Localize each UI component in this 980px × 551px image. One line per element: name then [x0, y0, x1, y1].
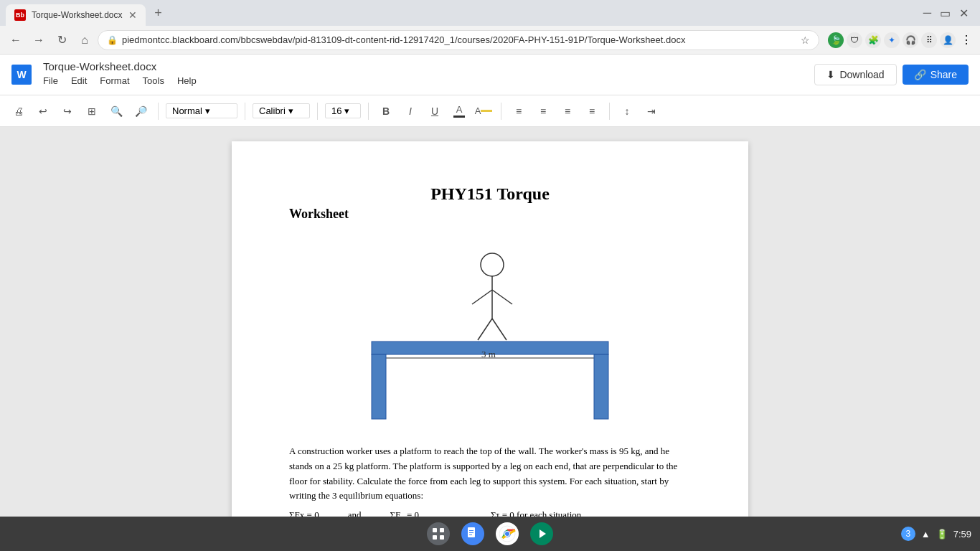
menu-file[interactable]: File	[37, 72, 64, 89]
svg-point-26	[505, 532, 509, 536]
extension-shield-icon[interactable]: 🛡	[847, 32, 862, 48]
taskbar-icon-play[interactable]	[530, 522, 553, 545]
svg-line-3	[492, 290, 512, 304]
extension-grid-icon[interactable]: ⠿	[921, 32, 937, 48]
indent-button[interactable]: ⇥	[641, 101, 661, 121]
highlight-icon: A	[475, 105, 481, 116]
menu-format[interactable]: Format	[94, 72, 135, 89]
font-color-button[interactable]: A	[449, 101, 469, 121]
app-menu: File Edit Format Tools Help	[37, 72, 814, 89]
extension-puzzle-icon[interactable]: 🧩	[865, 32, 881, 48]
equation-and: and	[348, 509, 362, 517]
forward-button[interactable]: →	[29, 30, 49, 50]
chevron-down-icon: ▾	[344, 105, 349, 116]
toolbar-divider-1	[158, 103, 159, 120]
taskbar-icon-docs[interactable]	[461, 522, 484, 545]
tab-favicon: Bb	[14, 9, 26, 21]
svg-point-0	[481, 253, 504, 276]
tab-close-button[interactable]: ✕	[128, 9, 137, 21]
svg-line-5	[492, 319, 507, 340]
align-center-button[interactable]: ≡	[533, 101, 553, 121]
menu-tools[interactable]: Tools	[137, 72, 170, 89]
svg-rect-21	[469, 532, 473, 533]
extension-headphone-icon[interactable]: 🎧	[903, 32, 918, 48]
lock-icon: 🔒	[107, 35, 118, 45]
zoom-out-button[interactable]: 🔍	[106, 101, 126, 121]
chevron-down-icon: ▾	[288, 105, 293, 116]
style-selector[interactable]: Normal ▾	[166, 103, 237, 118]
clock: 7:59	[953, 529, 971, 540]
format-toolbar: 🖨 ↩ ↪ ⊞ 🔍 🔎 Normal ▾ Calibri ▾ 16 ▾ B I …	[0, 95, 980, 127]
back-button[interactable]: ←	[6, 30, 26, 50]
align-right-button[interactable]: ≡	[557, 101, 578, 121]
taskbar: 3 ▲ 🔋 7:59	[0, 517, 980, 551]
fit-page-button[interactable]: ⊞	[82, 101, 102, 121]
toolbar-divider-4	[368, 103, 369, 120]
tab-title: Torque-Worksheet.docx	[32, 10, 123, 20]
address-bar[interactable]: 🔒 piedmontcc.blackboard.com/bbcswebdav/p…	[98, 30, 819, 50]
bold-button[interactable]: B	[376, 101, 396, 121]
taskbar-icon-chrome[interactable]	[496, 522, 519, 545]
window-controls: ─ ▭ ✕	[923, 6, 974, 20]
svg-marker-27	[540, 529, 546, 538]
font-size-selector[interactable]: 16 ▾	[325, 103, 361, 118]
svg-rect-18	[440, 535, 444, 540]
redo-button[interactable]: ↪	[57, 101, 77, 121]
document-area: PHY151 Torque Worksheet	[0, 127, 980, 517]
extension-star-icon[interactable]: ✦	[884, 32, 900, 48]
toolbar-divider-2	[245, 103, 245, 120]
extension-leaf-icon[interactable]: 🍃	[828, 32, 844, 48]
zoom-in-button[interactable]: 🔎	[131, 101, 151, 121]
browser-tab[interactable]: Bb Torque-Worksheet.docx ✕	[6, 4, 146, 26]
menu-edit[interactable]: Edit	[65, 72, 93, 89]
home-button[interactable]: ⌂	[75, 30, 95, 50]
battery-icon: 🔋	[936, 529, 948, 540]
bookmark-icon[interactable]: ☆	[801, 34, 810, 46]
document-subtitle: Worksheet	[289, 207, 691, 222]
network-icon: ▲	[921, 529, 930, 540]
svg-line-4	[478, 319, 492, 340]
chevron-down-icon: ▾	[205, 105, 210, 116]
equation-t: Στ = 0 for each situation.	[491, 509, 584, 517]
print-button[interactable]: 🖨	[9, 101, 29, 121]
svg-rect-15	[433, 528, 437, 532]
nav-extensions: 🍃 🛡 🧩 ✦ 🎧 ⠿ 👤 ⋮	[828, 32, 974, 48]
download-button[interactable]: ⬇ Download	[814, 64, 896, 85]
underline-button[interactable]: U	[425, 101, 445, 121]
taskbar-icon-google-apps[interactable]	[427, 522, 450, 545]
svg-rect-17	[433, 535, 437, 540]
maximize-button[interactable]: ▭	[940, 6, 951, 20]
equation-x: ΣFx = 0	[289, 509, 319, 517]
line-spacing-button[interactable]: ↕	[617, 101, 637, 121]
align-left-button[interactable]: ≡	[509, 101, 529, 121]
minimize-button[interactable]: ─	[923, 6, 931, 20]
close-button[interactable]: ✕	[959, 6, 969, 20]
svg-rect-22	[469, 534, 472, 535]
document-page: PHY151 Torque Worksheet	[232, 141, 748, 517]
address-text: piedmontcc.blackboard.com/bbcswebdav/pid…	[122, 34, 796, 45]
app-logo: W	[11, 65, 32, 85]
svg-line-2	[472, 290, 492, 304]
italic-button[interactable]: I	[400, 101, 420, 121]
justify-button[interactable]: ≡	[582, 101, 602, 121]
notification-badge: 3	[901, 527, 915, 541]
svg-rect-13	[372, 354, 386, 419]
font-selector[interactable]: Calibri ▾	[253, 103, 310, 118]
menu-help[interactable]: Help	[171, 72, 202, 89]
svg-rect-14	[594, 354, 608, 419]
toolbar-divider-5	[501, 103, 501, 120]
font-color-icon: A	[456, 104, 463, 115]
profile-icon[interactable]: 👤	[940, 32, 956, 48]
document-title: PHY151 Torque	[430, 184, 550, 203]
equation-y: ΣFy = 0	[390, 509, 419, 517]
new-tab-button[interactable]: +	[149, 3, 169, 23]
share-button[interactable]: 🔗 Share	[903, 65, 969, 85]
menu-dots-icon[interactable]: ⋮	[958, 32, 974, 48]
app-title: Torque-Worksheet.docx	[43, 60, 814, 72]
share-icon: 🔗	[914, 69, 926, 80]
illustration: 3 m	[289, 236, 691, 423]
download-icon: ⬇	[826, 69, 835, 80]
highlight-color-button[interactable]: A	[473, 101, 494, 121]
undo-button[interactable]: ↩	[33, 101, 53, 121]
reload-button[interactable]: ↻	[52, 30, 72, 50]
